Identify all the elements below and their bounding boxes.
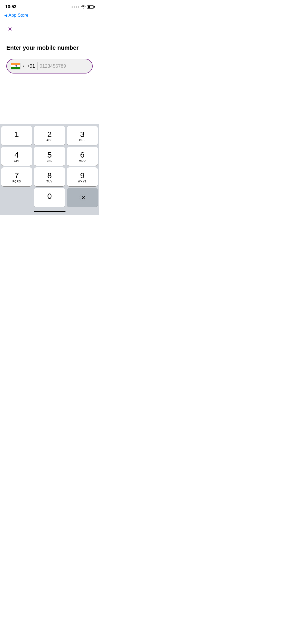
page-title: Enter your mobile number	[6, 44, 93, 51]
back-button[interactable]: ◀ App Store	[4, 13, 29, 18]
key-2[interactable]: 2 ABC	[34, 126, 65, 145]
signal-icon	[72, 6, 79, 8]
country-selector[interactable]: ▼	[11, 63, 25, 70]
status-bar: 10:53	[0, 0, 99, 12]
nav-bar: ◀ App Store	[0, 12, 99, 20]
close-icon: ×	[8, 25, 12, 33]
country-dropdown-icon: ▼	[22, 65, 25, 68]
key-7[interactable]: 7 PQRS	[1, 167, 32, 186]
phone-number-input[interactable]	[40, 63, 99, 69]
key-5[interactable]: 5 JKL	[34, 147, 65, 166]
back-chevron-icon: ◀	[4, 13, 7, 18]
key-empty	[1, 188, 32, 207]
keyboard-row-4: 0	[1, 188, 98, 207]
keyboard-row-1: 1 2 ABC 3 DEF	[1, 126, 98, 145]
key-delete[interactable]	[67, 188, 98, 207]
key-9[interactable]: 9 WXYZ	[67, 167, 98, 186]
key-3[interactable]: 3 DEF	[67, 126, 98, 145]
key-0[interactable]: 0	[34, 188, 65, 207]
keyboard-row-3: 7 PQRS 8 TUV 9 WXYZ	[1, 167, 98, 186]
wifi-icon	[81, 5, 86, 9]
delete-icon	[78, 195, 86, 200]
key-4[interactable]: 4 GHI	[1, 147, 32, 166]
home-indicator	[1, 209, 98, 214]
status-icons	[72, 5, 94, 9]
back-label: App Store	[8, 13, 29, 18]
input-divider	[37, 62, 37, 70]
key-1[interactable]: 1	[1, 126, 32, 145]
key-8[interactable]: 8 TUV	[34, 167, 65, 186]
phone-input-container[interactable]: ▼ +91	[6, 59, 93, 73]
close-button[interactable]: ×	[5, 24, 15, 34]
battery-icon	[87, 5, 94, 9]
country-code: +91	[27, 63, 35, 69]
status-time: 10:53	[5, 4, 16, 10]
india-flag-icon	[11, 63, 21, 70]
keyboard-row-2: 4 GHI 5 JKL 6 MNO	[1, 147, 98, 166]
key-6[interactable]: 6 MNO	[67, 147, 98, 166]
keyboard: 1 2 ABC 3 DEF 4 GHI 5 JKL 6 MNO 7 PQRS	[0, 124, 99, 215]
home-bar	[34, 211, 65, 212]
main-content: Enter your mobile number ▼ +91	[0, 34, 99, 73]
